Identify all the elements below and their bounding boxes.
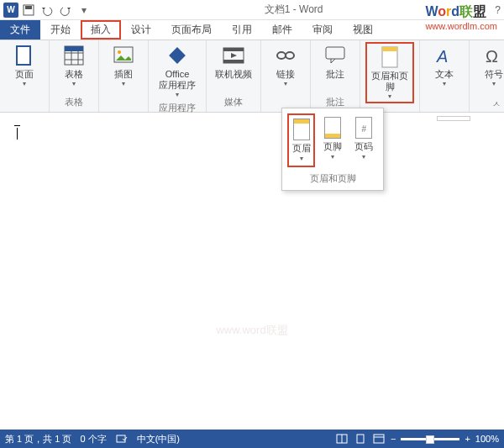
undo-icon[interactable] <box>39 2 55 18</box>
symbol-icon: Ω <box>482 44 504 67</box>
svg-text:A: A <box>436 47 448 66</box>
text-icon: A <box>433 44 456 67</box>
group-header-footer: 页眉和页脚▾ <box>360 40 420 112</box>
footer-option[interactable]: 页脚▾ <box>318 113 346 167</box>
header-footer-icon <box>378 45 402 69</box>
qat-customize-icon[interactable]: ▾ <box>76 2 92 18</box>
page-icon <box>13 44 36 67</box>
picture-icon <box>112 44 135 67</box>
header-footer-dropdown: 页眉▾ 页脚▾ # 页码▾ 页眉和页脚 <box>281 108 384 191</box>
page-number-option[interactable]: # 页码▾ <box>350 113 378 167</box>
word-count[interactable]: 0 个字 <box>80 433 106 445</box>
svg-point-16 <box>277 52 286 59</box>
svg-rect-14 <box>223 48 244 51</box>
group-comments: 批注 批注 <box>311 40 360 112</box>
table-button[interactable]: 表格▾ <box>55 42 93 89</box>
tab-insert[interactable]: 插入 <box>81 20 121 40</box>
svg-rect-3 <box>18 47 29 64</box>
zoom-slider[interactable] <box>401 438 459 440</box>
tab-view[interactable]: 视图 <box>343 20 383 40</box>
office-apps-button[interactable]: Office 应用程序▾ <box>154 42 201 100</box>
zoom-out-button[interactable]: − <box>391 434 396 444</box>
ruler-segment <box>437 116 470 121</box>
tab-layout[interactable]: 页面布局 <box>161 20 222 40</box>
video-icon <box>222 44 245 67</box>
text-button[interactable]: A 文本▾ <box>425 42 464 89</box>
brand-watermark: Word联盟 www.wordlm.com <box>425 3 497 31</box>
svg-rect-1 <box>25 6 32 9</box>
tab-review[interactable]: 审阅 <box>302 20 343 40</box>
group-pages: 页面▾ <box>0 40 50 112</box>
svg-rect-27 <box>374 435 384 443</box>
redo-icon[interactable] <box>57 2 74 18</box>
svg-rect-12 <box>169 47 186 64</box>
svg-rect-26 <box>357 435 364 443</box>
status-bar: 第 1 页，共 1 页 0 个字 中文(中国) − + 100% <box>0 430 504 448</box>
svg-text:Ω: Ω <box>486 47 498 66</box>
svg-rect-15 <box>223 60 244 63</box>
spellcheck-icon[interactable] <box>115 432 129 445</box>
online-video-button[interactable]: 联机视频 <box>212 42 255 82</box>
comment-button[interactable]: 批注 <box>316 42 354 82</box>
page-indicator[interactable]: 第 1 页，共 1 页 <box>5 433 71 445</box>
illustrations-button[interactable]: 插图▾ <box>104 42 143 89</box>
svg-rect-18 <box>326 47 344 59</box>
link-icon <box>274 44 297 67</box>
zoom-level[interactable]: 100% <box>475 434 499 444</box>
apps-icon <box>165 44 189 67</box>
web-layout-icon[interactable] <box>372 432 386 445</box>
word-app-icon: W <box>3 3 18 18</box>
pages-button[interactable]: 页面▾ <box>5 42 44 89</box>
group-illustrations: 插图▾ <box>99 40 149 112</box>
save-icon[interactable] <box>20 2 37 18</box>
text-cursor <box>17 128 18 140</box>
group-media: 联机视频 媒体 <box>207 40 261 112</box>
tab-design[interactable]: 设计 <box>121 20 161 40</box>
footer-page-icon <box>324 117 341 139</box>
svg-rect-20 <box>382 47 397 51</box>
collapse-ribbon-icon[interactable]: ㅅ <box>492 98 501 110</box>
group-text: A 文本▾ <box>420 40 470 112</box>
symbols-button[interactable]: Ω 符号▾ <box>475 42 504 89</box>
header-page-icon <box>293 119 310 140</box>
links-button[interactable]: 链接▾ <box>266 42 305 89</box>
svg-rect-9 <box>65 46 83 51</box>
group-links: 链接▾ <box>261 40 311 112</box>
svg-rect-23 <box>117 435 125 442</box>
language-indicator[interactable]: 中文(中国) <box>137 433 180 445</box>
comment-icon <box>323 44 347 67</box>
tab-file[interactable]: 文件 <box>0 20 40 40</box>
document-area[interactable]: www.word联盟 <box>0 113 504 418</box>
read-mode-icon[interactable] <box>335 432 349 445</box>
group-tables: 表格▾ 表格 <box>50 40 99 112</box>
print-layout-icon[interactable] <box>354 432 367 445</box>
table-icon <box>62 44 86 67</box>
zoom-in-button[interactable]: + <box>465 434 470 444</box>
tab-references[interactable]: 引用 <box>222 20 262 40</box>
quick-access-toolbar: W ▾ <box>3 2 92 18</box>
ribbon: 页面▾ 表格▾ 表格 插图▾ Office 应用程序▾ 应 <box>0 40 504 113</box>
page-number-icon: # <box>355 117 372 139</box>
svg-point-11 <box>118 50 121 54</box>
group-apps: Office 应用程序▾ 应用程序 <box>149 40 207 112</box>
svg-point-17 <box>286 52 294 59</box>
tab-mailings[interactable]: 邮件 <box>262 20 302 40</box>
header-option[interactable]: 页眉▾ <box>287 113 315 167</box>
dropdown-group-label: 页眉和页脚 <box>287 172 378 185</box>
center-watermark: www.word联盟 <box>216 323 287 338</box>
tab-home[interactable]: 开始 <box>40 20 81 40</box>
header-footer-button[interactable]: 页眉和页脚▾ <box>365 42 414 103</box>
